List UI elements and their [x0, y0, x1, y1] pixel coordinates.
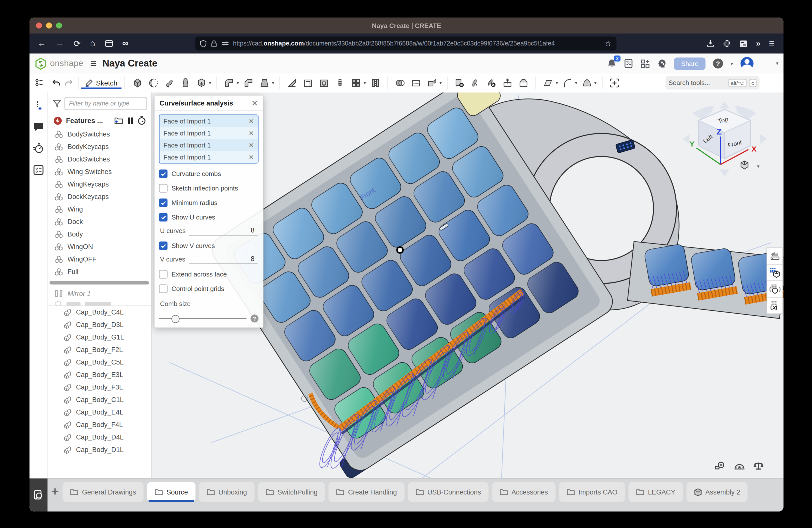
- draft-caret-icon[interactable]: ▾: [272, 80, 274, 86]
- sketch-inflection-checkbox[interactable]: Sketch inflection points: [159, 184, 259, 192]
- permissions-icon[interactable]: [221, 41, 229, 46]
- dialog-close-icon[interactable]: ✕: [251, 98, 258, 108]
- part-list-item[interactable]: Cap_Body_E4L: [47, 406, 151, 419]
- view-mode-cube-icon[interactable]: [740, 160, 750, 170]
- sidebar-icon[interactable]: [105, 40, 113, 47]
- fillet-caret-icon[interactable]: ▾: [237, 80, 239, 86]
- appearance-panel-icon[interactable]: [767, 248, 783, 264]
- comments-icon[interactable]: [33, 122, 44, 132]
- feature-tree-item[interactable]: WingOFF: [47, 253, 151, 265]
- mass-properties-icon[interactable]: [754, 461, 764, 470]
- onshape-logo[interactable]: onshape: [29, 57, 83, 70]
- insert-feature-icon[interactable]: [33, 101, 43, 112]
- pause-icon[interactable]: [128, 117, 133, 124]
- filter-funnel-icon[interactable]: [53, 100, 61, 107]
- apps-grid-icon[interactable]: [641, 59, 650, 68]
- stopwatch-icon[interactable]: [137, 116, 146, 125]
- bookmark-star-icon[interactable]: ☆: [605, 39, 611, 48]
- part-list-item[interactable]: Cap_Body_D1L: [47, 443, 151, 456]
- face-selection-row[interactable]: Face of Import 1 ✕: [160, 151, 258, 163]
- thicken-icon[interactable]: [195, 76, 208, 89]
- document-tab[interactable]: USB-Connections: [408, 482, 489, 502]
- document-tab[interactable]: Create Handling: [329, 482, 404, 502]
- comb-size-slider-handle[interactable]: [171, 315, 179, 323]
- configurations-panel-icon[interactable]: [767, 264, 783, 281]
- feature-tree-item[interactable]: WingKeycaps: [47, 178, 151, 191]
- remove-face-icon[interactable]: ✕: [248, 153, 254, 161]
- viewport-3d[interactable]: Front: [151, 92, 783, 479]
- variables-panel-icon[interactable]: x: [767, 297, 783, 313]
- face-selection-row[interactable]: Face of Import 1 ✕: [160, 139, 258, 151]
- add-tab-button[interactable]: +: [52, 484, 58, 499]
- configured-features-panel-icon[interactable]: [767, 281, 783, 297]
- browser-menu-icon[interactable]: ≡: [769, 38, 774, 49]
- part-list-item[interactable]: Cap_Body_G1L: [47, 331, 151, 343]
- notifications-bell-icon[interactable]: 2: [607, 59, 617, 69]
- part-list-item[interactable]: Cap_Body_C5L: [47, 356, 151, 368]
- part-list-item[interactable]: Cap_Body_F2L: [47, 343, 151, 356]
- feature-tree-item[interactable]: Wing Switches: [47, 165, 151, 178]
- remove-face-icon[interactable]: ✕: [248, 129, 254, 137]
- transform-caret-icon[interactable]: ▾: [439, 80, 442, 86]
- split-icon[interactable]: [409, 76, 422, 89]
- feature-tree-item[interactable]: WingON: [47, 240, 151, 253]
- performance-timer-icon[interactable]: [32, 143, 44, 153]
- comb-size-slider[interactable]: [159, 314, 246, 323]
- pattern-grid-icon[interactable]: [350, 76, 363, 89]
- protractor-icon[interactable]: [734, 461, 745, 470]
- help-caret-icon[interactable]: ▾: [730, 61, 733, 66]
- v-curves-field[interactable]: V curves 8: [160, 255, 258, 264]
- document-menu-icon[interactable]: ≡: [90, 58, 97, 70]
- rib-icon[interactable]: [286, 76, 299, 89]
- mirror-feature-row[interactable]: Mirror 1: [47, 287, 151, 299]
- user-avatar[interactable]: [740, 57, 754, 70]
- thicken-caret-icon[interactable]: ▾: [209, 80, 211, 86]
- feature-list-toggle-icon[interactable]: [32, 76, 45, 89]
- document-tab[interactable]: Accessories: [492, 482, 555, 502]
- feature-tree-item[interactable]: BodySwitches: [47, 128, 151, 141]
- face-selection-row[interactable]: Face of Import 1 ✕: [160, 127, 258, 139]
- new-folder-icon[interactable]: [114, 117, 124, 124]
- hole-icon[interactable]: [318, 76, 331, 89]
- part-list-item[interactable]: Cap_Body_C1L: [47, 394, 151, 406]
- remove-face-icon[interactable]: ✕: [248, 141, 254, 149]
- curvature-combs-checkbox[interactable]: Curvature combs: [159, 170, 259, 178]
- document-tab[interactable]: SwitchPulling: [258, 482, 325, 502]
- shield-icon[interactable]: [200, 40, 206, 47]
- document-tab[interactable]: LEGACY: [628, 482, 683, 502]
- ai-assistant-icon[interactable]: [658, 59, 667, 69]
- boolean-icon[interactable]: [393, 76, 406, 89]
- view-mode-caret-icon[interactable]: ▾: [757, 163, 759, 169]
- chamfer-icon[interactable]: [242, 76, 255, 89]
- back-icon[interactable]: ←: [38, 39, 46, 48]
- document-tab[interactable]: General Drawings: [62, 482, 144, 502]
- tasks-checklist-icon[interactable]: [624, 59, 633, 69]
- feature-tree-item[interactable]: Body: [47, 228, 151, 240]
- transform-icon[interactable]: [425, 76, 438, 89]
- header-overflow-caret-icon[interactable]: ▾: [776, 60, 779, 66]
- pattern-caret-icon[interactable]: ▾: [364, 80, 366, 86]
- plane-icon[interactable]: [542, 76, 555, 89]
- feature-tree-item[interactable]: Full: [47, 265, 151, 278]
- export-icon[interactable]: [501, 76, 514, 89]
- url-text[interactable]: https://cad.onshape.com/documents/330abb…: [233, 40, 602, 47]
- delete-face-icon[interactable]: [485, 76, 498, 89]
- curve-caret-icon[interactable]: ▾: [575, 80, 577, 86]
- home-icon[interactable]: ⌂: [90, 39, 96, 48]
- show-v-curves-checkbox[interactable]: Show V curves: [159, 241, 259, 250]
- revolve-icon[interactable]: [147, 76, 160, 89]
- minimum-radius-checkbox[interactable]: Minimum radius: [159, 199, 259, 207]
- forward-icon[interactable]: →: [56, 39, 64, 48]
- part-list-item[interactable]: Cap_Body_F3L: [47, 381, 151, 394]
- control-point-grids-checkbox[interactable]: Control point grids: [159, 284, 259, 293]
- fillet-icon[interactable]: [223, 76, 236, 89]
- copy-face-icon[interactable]: [469, 76, 482, 89]
- part-list-item[interactable]: Cap_Body_D3L: [47, 319, 151, 331]
- document-tab[interactable]: Assembly 2: [686, 482, 748, 502]
- linear-pattern-icon[interactable]: [334, 76, 347, 89]
- sweep-icon[interactable]: [163, 76, 176, 89]
- delete-part-icon[interactable]: [453, 76, 466, 89]
- mirror-icon[interactable]: [369, 76, 382, 89]
- feature-tree-item[interactable]: DockSwitches: [47, 153, 151, 165]
- feature-tree-item[interactable]: DockKeycaps: [47, 191, 151, 203]
